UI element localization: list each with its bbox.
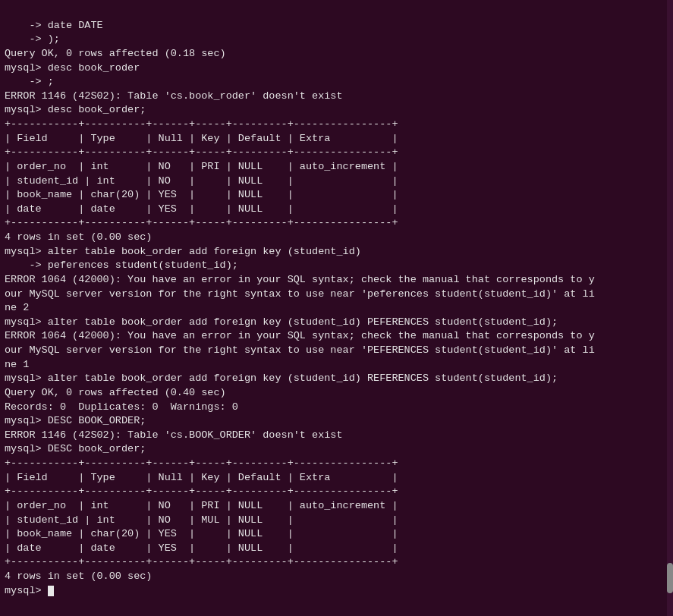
terminal-line: ne 1 xyxy=(5,358,670,372)
scrollbar[interactable] xyxy=(667,0,673,616)
terminal-line: our MySQL server version for the right s… xyxy=(5,288,670,302)
terminal-line: +-----------+----------+------+-----+---… xyxy=(5,146,670,160)
terminal-line: | date | date | YES | | NULL | | xyxy=(5,203,670,217)
terminal-line: mysql> DESC book_order; xyxy=(5,442,670,457)
terminal-content: -> date DATE -> );Query OK, 0 rows affec… xyxy=(5,19,670,599)
terminal-line: | Field | Type | Null | Key | Default | … xyxy=(5,132,670,146)
terminal-line: mysql> xyxy=(5,584,670,599)
scrollbar-thumb[interactable] xyxy=(667,563,673,593)
terminal-line: ERROR 1146 (42S02): Table 'cs.BOOK_ORDER… xyxy=(5,429,670,443)
terminal-line: ne 2 xyxy=(5,301,670,316)
terminal-line: mysql> desc book_roder xyxy=(5,61,670,76)
terminal-line: Query OK, 0 rows affected (0.40 sec) xyxy=(5,386,670,401)
terminal-line: | book_name | char(20) | YES | | NULL | … xyxy=(5,527,670,542)
terminal-line: +-----------+----------+------+-----+---… xyxy=(5,216,670,231)
terminal-line: +-----------+----------+------+-----+---… xyxy=(5,555,670,570)
terminal-line: | order_no | int | NO | PRI | NULL | aut… xyxy=(5,160,670,174)
terminal-line: 4 rows in set (0.00 sec) xyxy=(5,570,670,584)
terminal-line: ERROR 1064 (42000): You have an error in… xyxy=(5,273,670,288)
terminal-line: +-----------+----------+------+-----+---… xyxy=(5,118,670,132)
terminal-line: mysql> DESC BOOK_ORDER; xyxy=(5,414,670,429)
terminal-line: +-----------+----------+------+-----+---… xyxy=(5,457,670,471)
terminal-line: | order_no | int | NO | PRI | NULL | aut… xyxy=(5,499,670,514)
terminal-line: +-----------+----------+------+-----+---… xyxy=(5,485,670,499)
terminal-line: | date | date | YES | | NULL | | xyxy=(5,542,670,556)
terminal-line: Query OK, 0 rows affected (0.18 sec) xyxy=(5,47,670,61)
terminal-line: | student_id | int | NO | MUL | NULL | | xyxy=(5,514,670,528)
terminal-line: our MySQL server version for the right s… xyxy=(5,344,670,358)
terminal-line: mysql> alter table book_order add foreig… xyxy=(5,245,670,259)
terminal-line: Records: 0 Duplicates: 0 Warnings: 0 xyxy=(5,401,670,415)
terminal-cursor xyxy=(48,586,54,596)
terminal-line: | book_name | char(20) | YES | | NULL | … xyxy=(5,188,670,203)
terminal-line: -> peferences student(student_id); xyxy=(5,259,670,273)
terminal-line: | student_id | int | NO | | NULL | | xyxy=(5,174,670,189)
terminal-line: -> ; xyxy=(5,75,670,90)
terminal-line: -> date DATE xyxy=(5,19,670,33)
terminal-line: | Field | Type | Null | Key | Default | … xyxy=(5,471,670,486)
terminal-line: mysql> desc book_order; xyxy=(5,103,670,118)
terminal-line: mysql> alter table book_order add foreig… xyxy=(5,316,670,330)
terminal-window: -> date DATE -> );Query OK, 0 rows affec… xyxy=(5,5,670,612)
terminal-line: 4 rows in set (0.00 sec) xyxy=(5,231,670,245)
terminal-line: -> ); xyxy=(5,33,670,47)
terminal-line: ERROR 1146 (42S02): Table 'cs.book_roder… xyxy=(5,90,670,104)
terminal-line: ERROR 1064 (42000): You have an error in… xyxy=(5,329,670,344)
terminal-line: mysql> alter table book_order add foreig… xyxy=(5,372,670,386)
